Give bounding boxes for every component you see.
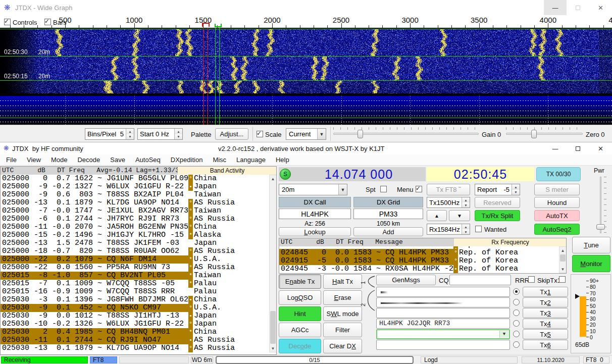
txrx-split-button[interactable]: Tx/Rx Split [475,210,520,221]
start-hz-spinner[interactable]: Start 0 Hz ▲▼ [137,128,183,140]
scroll-down-icon[interactable]: ▼ [270,345,276,352]
tx5-dropdown-icon[interactable]: ▼ [499,331,508,338]
decode-row[interactable]: 025000 -11 -0.0 2070 ~ JA5ROH BG2ENW PN3… [0,223,269,231]
menu-item-autoseq[interactable]: AutoSeq [130,154,166,165]
close-icon[interactable]: ✕ [589,0,612,15]
tx-marker-bracket[interactable] [202,23,210,27]
tx-offset-spinner[interactable]: Tx1500Hz ▲▼ [427,197,470,208]
gain-slider[interactable] [333,133,479,135]
scroll-up-icon[interactable]: ▲ [559,247,566,254]
decode-row[interactable]: 025030 -10 -0.2 1326 ~ W6LUX JG1GFU R-22… [0,320,269,328]
tx6-button[interactable]: Tx 6 [523,340,568,350]
rx-offset-spinner[interactable]: Rx1584Hz ▲▼ [427,224,470,235]
decode-row[interactable]: 025030 -3 0.1 1396 ~ JG8FWH BD7JMR OL62•… [0,296,269,304]
dx-grid-input[interactable]: PM33 [353,209,423,219]
filter-button[interactable]: Filter [323,323,362,337]
reserved-button[interactable]: Reserved [475,197,520,208]
controls-checkbox[interactable] [4,19,11,25]
tx-message-field-5[interactable]: ▼ [376,329,510,339]
adjust-button[interactable]: Adjust... [215,128,248,140]
rrr-checkbox[interactable] [528,276,535,283]
tx-message-field-3[interactable] [376,308,510,318]
rx-frequency-list[interactable]: ~ CQ HL4HPK PM33°Rep. of Korea024845 0 0… [279,246,559,273]
zero-slider-thumb[interactable] [531,130,537,138]
dx-grid-header[interactable]: DX Grid [353,197,423,207]
menu-item-decode[interactable]: Decode [72,154,105,165]
band-activity-list[interactable]: 025000 0 0.7 1622 ~ JG1UNF BG5GLV PL09°C… [0,175,269,352]
tx4-button[interactable]: Tx 4 [523,319,568,329]
decode-row[interactable]: 024915 -5 0.0 1583 ~ CQ HL4HPK PM33°Rep.… [279,257,559,265]
enable-tx-button[interactable]: Enable Tx [279,274,321,289]
decode-row[interactable]: 025015 -16 -0.9 1009 ~ W7CQQ T88SS RRRPa… [0,288,269,296]
scroll-down-icon[interactable]: ▼ [559,266,566,273]
minimize-button[interactable]: — [544,0,567,15]
menu-checkbox[interactable] [416,186,422,192]
decode-row[interactable]: 025000 -9 -0.2 1327 ~ W6LUX JG1GFU R-22•… [0,183,269,191]
cq-input[interactable] [449,275,511,285]
spt-checkbox[interactable] [380,186,387,192]
tx1-button[interactable]: Tx 1 [523,287,568,297]
wanted-checkbox[interactable] [475,226,482,232]
tx-message-field-4[interactable]: HL4HPK JG2JQR RR73 [376,319,510,329]
band-activity-scrollbar[interactable]: ▲ ▼ [269,175,277,352]
close-icon[interactable]: ✕ [589,142,612,155]
tx-mode-button[interactable]: Tx FT8 ˜ [427,184,470,195]
decode-row[interactable]: 025000 0 0.7 1622 ~ JG1UNF BG5GLV PL09°C… [0,175,269,183]
erase-button[interactable]: Erase [323,290,362,305]
decode-row[interactable]: 025030 2 0.4 1985 ~ CQ BH4BNQ PM01*China [0,328,269,336]
genmsgs-button[interactable]: GenMsgs [376,275,436,285]
menu-item-save[interactable]: Save [105,154,130,165]
tx-select-radio-4[interactable] [513,320,520,327]
tx-message-field-2[interactable] [376,297,510,307]
autotx-button[interactable]: AutoTX [534,210,580,221]
scrollbar-thumb[interactable] [560,254,566,262]
maximize-button[interactable] [567,142,589,155]
add-button[interactable]: Add [353,227,423,236]
tx-message-field-6[interactable] [376,340,510,350]
scrollbar-thumb[interactable] [270,311,276,344]
tx-select-radio-3[interactable] [513,309,520,316]
tx2-button[interactable]: Tx 2 [523,297,568,307]
menu-item-mode[interactable]: Mode [46,154,73,165]
skiptx1-checkbox[interactable] [559,276,566,283]
tx3-button[interactable]: Tx 3 [523,308,568,318]
waterfall-canvas[interactable] [0,28,612,96]
hint-button[interactable]: Hint [279,306,321,321]
tx-message-field-1[interactable] [376,287,510,297]
gain-slider-thumb[interactable] [358,130,363,138]
decode-row[interactable]: 025030 -9 0.1 452 ~ CQ N5KO CM97°U.S.A. [0,304,269,312]
decode-row[interactable]: 025015 -7 0.1 1009 ~ W7CQQ T88SS -05*Pal… [0,280,269,288]
s-indicator[interactable]: S [280,169,291,180]
halt-tx-button[interactable]: Halt Tx [323,274,362,289]
decode-row[interactable]: 025030 -9 0.0 1012 ~ T88SS JI1HTJ -13•Ja… [0,312,269,320]
s-meter-button[interactable]: S meter [534,184,580,195]
decode-button[interactable]: Decode [279,339,321,353]
spectrum-canvas[interactable] [0,96,612,125]
scale-checkbox[interactable] [257,131,263,137]
spectrum-type-select[interactable]: Current▼ [286,128,326,140]
tune-button[interactable]: Tune [572,237,610,253]
freq-down-button[interactable]: ▼ [449,210,470,221]
menu-item-view[interactable]: View [22,154,46,165]
scroll-up-icon[interactable]: ▲ [270,175,276,182]
tx-select-radio-6[interactable] [513,341,520,348]
wide-graph-titlebar[interactable]: ❋ JTDX - Wide Graph — ✕ [0,0,612,15]
rx-frequency-scrollbar[interactable]: ▲ ▼ [559,246,567,273]
decode-row[interactable]: 025030 -13 0.1 1879 ~ KL7DG UA9OP NO14°A… [0,344,269,352]
report-spinner[interactable]: Report-5 ▲▼ [475,184,520,195]
decode-row[interactable]: 025000 -7 -0.0 1747 ~ JE1XUL BX2AGV RR73… [0,207,269,215]
hound-button[interactable]: Hound [534,197,580,208]
decode-row[interactable]: 024945 -3 -0.0 1584 ~ RX0SA HL4HPK -22•R… [279,265,559,273]
zero-slider[interactable] [506,133,583,135]
autoseq-button[interactable]: AutoSeq2 [534,224,580,235]
decode-row[interactable]: 025000 -22 0.0 1560 ~ PP5RA RU9MN 73°AS … [0,264,269,272]
main-titlebar[interactable]: ❋ JTDX by HF community v2.2.0-rc152 , de… [0,142,612,154]
tx-select-radio-2[interactable] [513,299,520,305]
bins-per-pixel-spinner[interactable]: Bins/Pixel5 ▲▼ [85,128,134,140]
menu-item-language[interactable]: Language [231,154,271,165]
bars-checkbox[interactable] [44,19,51,25]
menu-item-help[interactable]: Help [271,154,294,165]
decode-row[interactable]: 025000 -15 -0.2 1496 ~ JH1GJY KL7HRO -15… [0,231,269,239]
decode-row[interactable]: 025000 -22 0.2 1079 ~ CQ N6F DM14*U.S.A. [0,255,269,264]
clear-dx-button[interactable]: Clear DX [323,339,362,353]
